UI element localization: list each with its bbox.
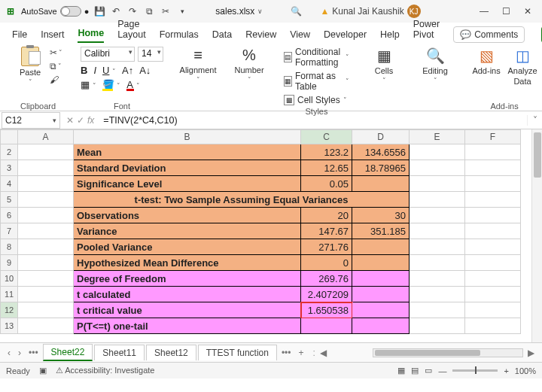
- menu-page-layout[interactable]: Page Layout: [117, 19, 146, 43]
- cell-C10[interactable]: 269.76: [301, 271, 352, 287]
- cell-D2[interactable]: 134.6556: [352, 144, 410, 160]
- tab-sheet11[interactable]: Sheet11: [94, 345, 145, 360]
- close-icon[interactable]: ✕: [524, 6, 531, 17]
- cell-B8[interactable]: Pooled Variance: [74, 239, 301, 255]
- macro-icon[interactable]: ▣: [39, 366, 47, 375]
- cancel-formula-icon[interactable]: ✕: [66, 115, 74, 126]
- cell-C4[interactable]: 0.05: [301, 176, 352, 192]
- menu-developer[interactable]: Developer: [324, 29, 367, 43]
- toggle-off-icon[interactable]: [60, 6, 81, 17]
- zoom-out-icon[interactable]: —: [438, 366, 446, 375]
- cell-B13[interactable]: P(T<=t) one-tail: [74, 318, 301, 334]
- cell-C7[interactable]: 147.67: [301, 223, 352, 239]
- filename[interactable]: sales.xlsx ∨: [215, 6, 263, 17]
- accessibility-status[interactable]: ⚠ Accessibility: Investigate: [56, 366, 155, 375]
- bold-button[interactable]: B: [81, 65, 87, 76]
- menu-data[interactable]: Data: [212, 29, 232, 43]
- cell-B12[interactable]: t critical value: [74, 302, 301, 318]
- font-decrease-button[interactable]: A↓: [139, 65, 151, 76]
- fx-icon[interactable]: fx: [87, 115, 94, 126]
- menu-file[interactable]: File: [12, 29, 27, 43]
- cut-icon[interactable]: ✂: [160, 5, 172, 17]
- comments-button[interactable]: 💬 Comments: [453, 26, 525, 43]
- cell-C8[interactable]: 271.76: [301, 239, 352, 255]
- cell-C3[interactable]: 12.65: [301, 160, 352, 176]
- tab-sheet22[interactable]: Sheet22: [43, 344, 93, 361]
- format-painter-button[interactable]: 🖌: [50, 74, 62, 86]
- number-button[interactable]: %Number˅: [233, 47, 266, 84]
- tab-more-nav-icon[interactable]: •••: [26, 348, 41, 358]
- menu-review[interactable]: Review: [245, 29, 276, 43]
- tab-prev-icon[interactable]: ‹: [5, 348, 14, 358]
- autosave-toggle[interactable]: AutoSave ●: [21, 6, 89, 17]
- cell-B11[interactable]: t calculated: [74, 287, 301, 302]
- cell-C12[interactable]: 1.650538: [301, 302, 352, 318]
- menu-power-pivot[interactable]: Power Pivot: [413, 19, 440, 43]
- zoom-slider[interactable]: [452, 369, 498, 372]
- col-E[interactable]: E: [410, 129, 465, 144]
- copy-icon[interactable]: ⧉: [143, 5, 155, 17]
- user-name[interactable]: ▲ Kunal Jai Kaushik KJ: [320, 5, 420, 18]
- menu-formulas[interactable]: Formulas: [160, 29, 199, 43]
- paste-button[interactable]: Paste ˅: [14, 47, 47, 86]
- tab-next-icon[interactable]: ›: [15, 348, 24, 358]
- zoom-level[interactable]: 100%: [515, 366, 536, 375]
- accept-formula-icon[interactable]: ✓: [77, 115, 84, 126]
- zoom-in-icon[interactable]: +: [504, 366, 508, 375]
- cell-B6[interactable]: Observations: [74, 208, 301, 223]
- cell-B5[interactable]: t-test: Two Sample Assuming Equal Varian…: [74, 192, 410, 208]
- grid[interactable]: A B C D E F 2Mean123.2134.6556 3Standard…: [0, 129, 542, 342]
- alignment-button[interactable]: ≡Alignment˅: [181, 47, 215, 84]
- view-normal-icon[interactable]: ▦: [397, 366, 405, 375]
- minimize-icon[interactable]: —: [480, 6, 489, 17]
- addins-button[interactable]: ▧Add-ins: [470, 47, 503, 75]
- dropdown-icon[interactable]: ▾: [176, 5, 188, 17]
- menu-home[interactable]: Home: [78, 28, 104, 43]
- menu-view[interactable]: View: [290, 29, 310, 43]
- tab-scroll-right-icon[interactable]: ▶: [525, 348, 537, 358]
- name-box[interactable]: C12▾: [2, 112, 60, 129]
- cell-B4[interactable]: Significance Level: [74, 176, 301, 192]
- search-icon[interactable]: 🔍: [290, 5, 302, 17]
- cell-D3[interactable]: 18.78965: [352, 160, 410, 176]
- select-all[interactable]: [0, 129, 18, 144]
- cell-B10[interactable]: Degree of Freedom: [74, 271, 301, 287]
- col-F[interactable]: F: [465, 129, 521, 144]
- tab-ttest[interactable]: TTEST function: [198, 345, 277, 360]
- formula-expand-icon[interactable]: ˅: [527, 115, 542, 126]
- italic-button[interactable]: I: [93, 65, 96, 76]
- cell-B2[interactable]: Mean: [74, 144, 301, 160]
- tab-overflow-icon[interactable]: •••: [279, 348, 294, 358]
- editing-button[interactable]: 🔍Editing˅: [419, 47, 452, 84]
- cell-styles-button[interactable]: ▩Cell Styles ˅: [284, 95, 349, 105]
- cell-D6[interactable]: 30: [352, 208, 410, 223]
- underline-button[interactable]: U ˅: [102, 65, 116, 76]
- tab-scroll-left-icon[interactable]: ◀: [317, 348, 330, 358]
- tab-add-icon[interactable]: +: [296, 348, 307, 358]
- redo-icon[interactable]: ↷: [126, 5, 139, 17]
- fill-color-button[interactable]: 🪣 ˅: [102, 79, 121, 90]
- cell-B3[interactable]: Standard Deviation: [74, 160, 301, 176]
- cells-button[interactable]: ▦Cells˅: [367, 47, 400, 84]
- vertical-scrollbar[interactable]: [531, 129, 542, 342]
- cell-B9[interactable]: Hypothesized Mean Difference: [74, 255, 301, 271]
- font-name-select[interactable]: Calibri: [81, 47, 135, 62]
- horizontal-scrollbar[interactable]: [373, 348, 523, 357]
- font-color-button[interactable]: A ˅: [126, 79, 139, 90]
- cell-D7[interactable]: 351.185: [352, 223, 410, 239]
- analyze-data-button[interactable]: ◫AnalyzeData: [506, 47, 539, 86]
- font-increase-button[interactable]: A↑: [122, 65, 133, 76]
- view-page-icon[interactable]: ▤: [411, 366, 419, 375]
- cut-button[interactable]: ✂ ˅: [50, 47, 62, 59]
- col-B[interactable]: B: [74, 129, 301, 144]
- format-table-button[interactable]: ▦Format as Table ˅: [284, 71, 349, 92]
- conditional-formatting-button[interactable]: ▤Conditional Formatting ˅: [284, 47, 349, 68]
- col-D[interactable]: D: [352, 129, 410, 144]
- cell-C2[interactable]: 123.2: [301, 144, 352, 160]
- font-size-select[interactable]: 14: [138, 47, 163, 62]
- col-A[interactable]: A: [18, 129, 74, 144]
- maximize-icon[interactable]: ☐: [502, 6, 510, 17]
- menu-insert[interactable]: Insert: [41, 29, 64, 43]
- tab-sheet12[interactable]: Sheet12: [146, 345, 196, 360]
- undo-icon[interactable]: ↶: [110, 5, 122, 17]
